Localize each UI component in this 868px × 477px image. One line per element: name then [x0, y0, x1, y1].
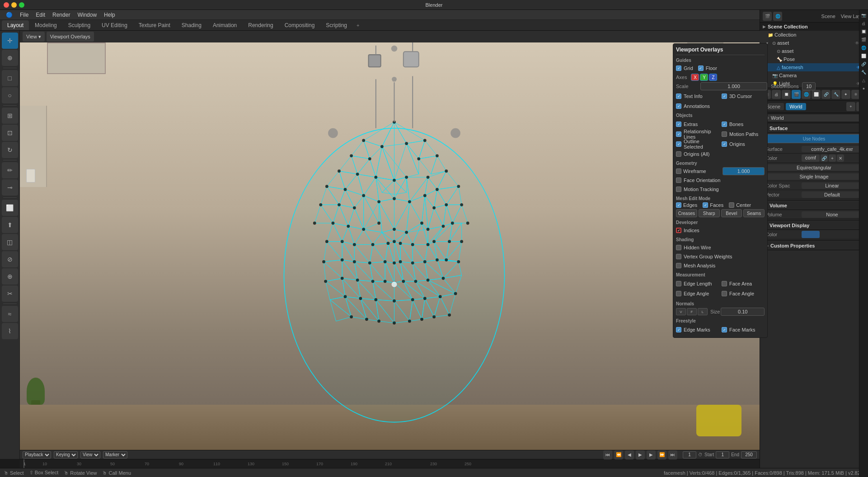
prop-icon-constraint[interactable]: 🔗	[821, 90, 830, 99]
end-frame-input[interactable]	[741, 451, 757, 458]
text-info-checkbox[interactable]	[676, 94, 681, 99]
vertex-normals-btn[interactable]: V	[676, 308, 686, 315]
tab-rendering[interactable]: Rendering	[243, 20, 278, 30]
face-angle-checkbox[interactable]	[722, 291, 727, 296]
prop-icon-modifier[interactable]: 🔧	[831, 90, 840, 99]
mesh-analysis-checkbox[interactable]	[676, 263, 681, 268]
sidebar-render-icon[interactable]: 📷	[860, 12, 868, 19]
sidebar-data-icon[interactable]: △	[860, 77, 868, 84]
sc-item-asset-child[interactable]: ⊙ asset 👁	[760, 47, 868, 55]
origins-checkbox[interactable]	[722, 141, 727, 147]
cursor-3d-checkbox[interactable]	[722, 94, 727, 99]
loop-normals-btn[interactable]: L	[698, 308, 708, 315]
add-workspace-button[interactable]: +	[353, 21, 363, 29]
annotations-checkbox[interactable]	[676, 103, 681, 109]
menu-blender[interactable]: 🔵	[3, 11, 16, 19]
tab-texture-paint[interactable]: Texture Paint	[133, 20, 176, 30]
bevel-btn[interactable]: Bevel	[721, 209, 742, 217]
right-panel-icon2[interactable]: 🌐	[773, 12, 782, 21]
edges-checkbox[interactable]	[676, 202, 681, 208]
menu-render[interactable]: Render	[49, 11, 73, 19]
sidebar-modifier-icon[interactable]: 🔧	[860, 69, 868, 76]
smooth-tool[interactable]: ≈	[2, 306, 18, 322]
sc-item-camera[interactable]: 📷 Camera 👁	[760, 71, 868, 80]
select-circle-tool[interactable]: ○	[2, 87, 18, 103]
faces-checkbox[interactable]	[703, 202, 708, 208]
tab-modeling[interactable]: Modeling	[29, 20, 62, 30]
next-keyframe-btn[interactable]: ▶	[647, 450, 656, 459]
color-swatch[interactable]: comf	[802, 154, 820, 162]
keying-select[interactable]: Keying	[54, 451, 78, 458]
sc-item-asset-parent[interactable]: ▾ ⊙ asset 👁 🦴	[760, 39, 868, 47]
sidebar-object-icon[interactable]: ⬜	[860, 52, 868, 60]
tab-layout[interactable]: Layout	[2, 20, 29, 30]
select-box-tool[interactable]: □	[2, 70, 18, 86]
sidebar-material-icon[interactable]: ●	[860, 85, 868, 92]
vp-color-swatch[interactable]	[802, 231, 820, 238]
prop-icon-world[interactable]: 🌐	[802, 90, 811, 99]
subdivisions-input[interactable]	[802, 82, 816, 90]
normals-size-input[interactable]	[721, 308, 765, 316]
cursor-tool[interactable]: ✛	[2, 33, 18, 49]
axis-x-btn[interactable]: X	[691, 74, 699, 81]
bevel-tool[interactable]: ⊘	[2, 251, 18, 267]
face-area-checkbox[interactable]	[722, 281, 727, 286]
grid-checkbox[interactable]	[676, 65, 681, 71]
motion-paths-checkbox[interactable]	[722, 131, 727, 137]
step-back-btn[interactable]: ⏪	[614, 450, 623, 459]
current-frame-input[interactable]	[683, 451, 696, 458]
projection-value[interactable]: Equirectangular	[765, 164, 863, 171]
marker-select[interactable]: Marker	[103, 451, 127, 458]
sidebar-constraint-icon[interactable]: 🔗	[860, 61, 868, 68]
floor-checkbox[interactable]	[698, 65, 704, 71]
sidebar-view-layer-icon[interactable]: 🔲	[860, 28, 868, 35]
overlay-toggle[interactable]: Viewport Overlays	[47, 32, 94, 42]
sharp-btn[interactable]: Sharp	[699, 209, 720, 217]
inset-tool[interactable]: ◫	[2, 234, 18, 250]
menu-help[interactable]: Help	[101, 11, 118, 19]
axis-z-btn[interactable]: Z	[709, 74, 717, 81]
jump-start-btn[interactable]: ⏮	[603, 450, 612, 459]
add-cube-tool[interactable]: ⬜	[2, 200, 18, 216]
sc-item-facemesh[interactable]: △ facemesh 👁 ⊙	[760, 63, 868, 71]
indices-checkbox[interactable]	[676, 228, 681, 233]
tab-uv-editing[interactable]: UV Editing	[96, 20, 133, 30]
move-tool[interactable]: ⊕	[2, 50, 18, 66]
viewport-3d[interactable]: View ▾ Viewport Overlays User Perspectiv…	[20, 31, 769, 459]
edge-marks-checkbox[interactable]	[676, 327, 681, 332]
prop-icon-scene[interactable]: 🎬	[792, 90, 801, 99]
view-select[interactable]: View	[80, 451, 100, 458]
edge-length-checkbox[interactable]	[676, 281, 681, 286]
hidden-wire-checkbox[interactable]	[676, 245, 681, 250]
outline-selected-checkbox[interactable]	[676, 141, 681, 147]
edge-angle-checkbox[interactable]	[676, 291, 681, 296]
annotate-tool[interactable]: ✏	[2, 162, 18, 178]
sidebar-output-icon[interactable]: 🖨	[860, 20, 868, 27]
view-perspective-menu[interactable]: View ▾	[23, 32, 45, 42]
volume-value[interactable]: None	[802, 211, 863, 218]
wireframe-value[interactable]	[723, 167, 765, 175]
tab-sculpting[interactable]: Sculpting	[63, 20, 96, 30]
transform-tool[interactable]: ⊞	[2, 108, 18, 124]
viewport-display-header[interactable]: ▾ Viewport Display	[763, 221, 865, 230]
play-btn[interactable]: ▶	[636, 450, 645, 459]
scale-input[interactable]	[700, 82, 767, 90]
rotate-tool[interactable]: ↻	[2, 142, 18, 158]
new-icon[interactable]: +	[846, 102, 855, 111]
single-image-value[interactable]: Single Image	[765, 173, 863, 180]
timeline-scrubber-area[interactable]: 1 10 30 50 70 90 110 130 150 170 190 210…	[20, 459, 760, 468]
center-checkbox[interactable]	[729, 202, 734, 208]
axis-y-btn[interactable]: Y	[700, 74, 708, 81]
sc-item-pose[interactable]: 🦴 Pose 👁	[760, 55, 868, 63]
surface-value[interactable]: comfy_cafe_4k.exr	[802, 146, 863, 152]
sidebar-scene-icon[interactable]: 🎬	[860, 36, 868, 43]
menu-file[interactable]: File	[17, 11, 32, 19]
color-space-value[interactable]: Linear	[802, 182, 863, 189]
viewport-canvas[interactable]: X Y Z	[20, 42, 769, 459]
menu-window[interactable]: Window	[74, 11, 100, 19]
tab-animation[interactable]: Animation	[207, 20, 242, 30]
wireframe-checkbox[interactable]	[676, 168, 681, 174]
close-button[interactable]	[4, 2, 9, 8]
knife-tool[interactable]: ✂	[2, 285, 18, 302]
playback-select[interactable]: Playback	[23, 451, 51, 458]
